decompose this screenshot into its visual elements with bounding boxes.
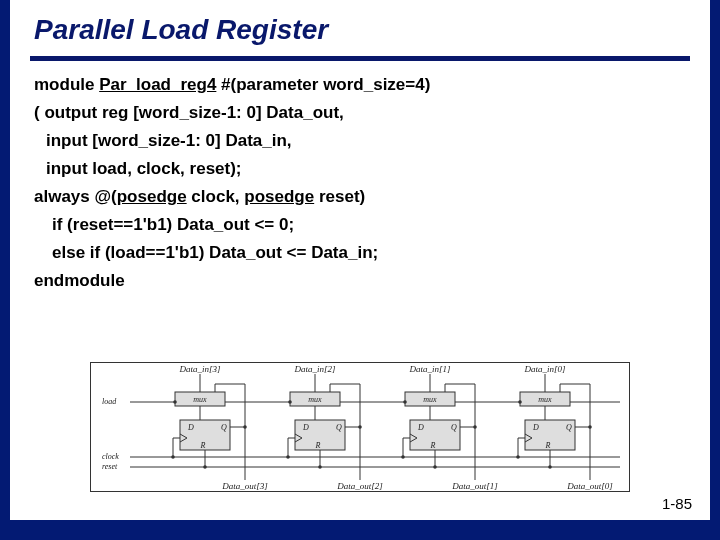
svg-text:Data_in[0]: Data_in[0] <box>523 364 566 374</box>
clk-text: clock, <box>187 187 245 206</box>
code-line-1: module Par_load_reg4 #(parameter word_si… <box>34 71 686 99</box>
svg-text:Data_out[0]: Data_out[0] <box>566 481 613 491</box>
kw-posedge-1: posedge <box>117 187 187 206</box>
svg-text:D: D <box>302 423 309 432</box>
svg-point-68 <box>518 400 522 404</box>
param-decl: #(parameter word_size=4) <box>216 75 430 94</box>
bit-cell-3: Data_in[3] mux D Q R <box>171 364 268 491</box>
label-r: R <box>200 441 206 450</box>
svg-text:Data_out[1]: Data_out[1] <box>451 481 498 491</box>
label-datain: Data_in[3] <box>178 364 221 374</box>
label-clock: clock <box>102 452 119 461</box>
label-reset: reset <box>102 462 118 471</box>
svg-text:mux: mux <box>308 395 322 404</box>
svg-text:Q: Q <box>451 423 457 432</box>
label-d: D <box>187 423 194 432</box>
label-dataout: Data_out[3] <box>221 481 268 491</box>
svg-point-6 <box>173 400 177 404</box>
code-line-3: input [word_size-1: 0] Data_in, <box>34 127 686 155</box>
svg-text:R: R <box>430 441 436 450</box>
module-name: Par_load_reg4 <box>99 75 216 94</box>
circuit-diagram: load clock reset Data_in[3] mux D Q R <box>90 362 630 492</box>
svg-text:Q: Q <box>566 423 572 432</box>
code-line-7: else if (load==1'b1) Data_out <= Data_in… <box>34 239 686 267</box>
kw-module: module <box>34 75 99 94</box>
svg-text:R: R <box>315 441 321 450</box>
bit-cell-2: Data_in[2] mux D Q R <box>286 364 383 491</box>
svg-text:mux: mux <box>538 395 552 404</box>
label-mux: mux <box>193 395 207 404</box>
code-line-8: endmodule <box>34 267 686 295</box>
slide-title: Parallel Load Register <box>34 14 690 46</box>
svg-text:mux: mux <box>423 395 437 404</box>
bit-cell-0: Data_in[0] mux D Q R <box>516 364 613 491</box>
code-line-2: ( output reg [word_size-1: 0] Data_out, <box>34 99 686 127</box>
kw-posedge-2: posedge <box>244 187 314 206</box>
label-q: Q <box>221 423 227 432</box>
svg-point-24 <box>288 400 292 404</box>
bit-cell-1: Data_in[1] mux D Q R <box>401 364 498 491</box>
svg-text:Data_in[1]: Data_in[1] <box>408 364 451 374</box>
title-underline <box>30 56 690 61</box>
svg-text:D: D <box>417 423 424 432</box>
label-load: load <box>102 397 117 406</box>
page-number: 1-85 <box>662 495 692 512</box>
code-line-4: input load, clock, reset); <box>34 155 686 183</box>
svg-text:R: R <box>545 441 551 450</box>
title-block: Parallel Load Register <box>10 0 710 52</box>
svg-text:Data_out[2]: Data_out[2] <box>336 481 383 491</box>
code-line-6: if (reset==1'b1) Data_out <= 0; <box>34 211 686 239</box>
kw-always: always @( <box>34 187 117 206</box>
code-line-5: always @(posedge clock, posedge reset) <box>34 183 686 211</box>
slide: Parallel Load Register module Par_load_r… <box>10 0 710 520</box>
svg-text:D: D <box>532 423 539 432</box>
code-block: module Par_load_reg4 #(parameter word_si… <box>10 71 710 295</box>
svg-text:Data_in[2]: Data_in[2] <box>293 364 336 374</box>
svg-point-46 <box>403 400 407 404</box>
svg-text:Q: Q <box>336 423 342 432</box>
reset-text: reset) <box>314 187 365 206</box>
